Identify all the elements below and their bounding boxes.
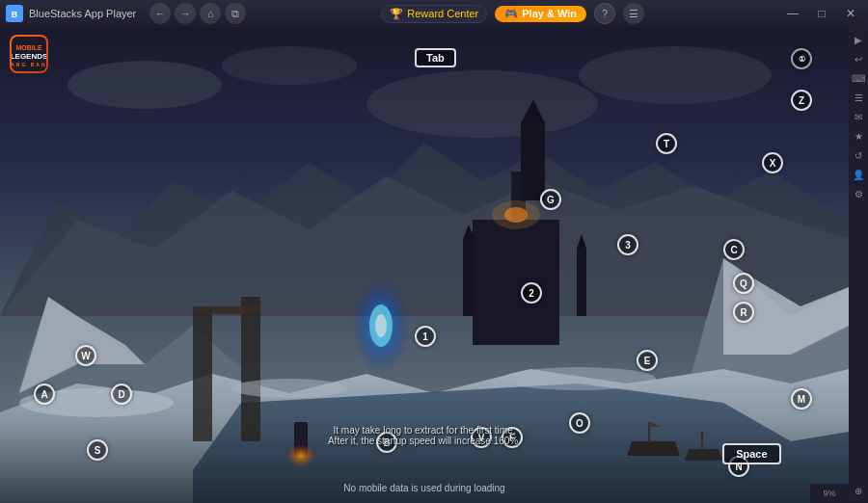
menu-button[interactable]: ☰	[623, 3, 644, 24]
key-o-overlay[interactable]: O	[569, 412, 590, 434]
progress-indicator: 9%	[810, 484, 849, 503]
play-win-button[interactable]: 🎮 Play & Win	[495, 6, 586, 22]
titlebar-left: B BlueStacks App Player ← → ⌂ ⧉	[0, 3, 246, 24]
maximize-button[interactable]: □	[808, 5, 835, 22]
sidebar-menu-icon[interactable]: ☰	[850, 89, 867, 106]
app-icon: B	[6, 5, 23, 22]
key-r-overlay[interactable]: R	[733, 302, 754, 323]
key-s-overlay[interactable]: S	[87, 439, 108, 461]
extract-text: It may take long to extract for the firs…	[289, 425, 559, 446]
key-e-overlay[interactable]: E	[637, 350, 658, 371]
key-x-overlay[interactable]: X	[762, 152, 783, 173]
title-bar: B BlueStacks App Player ← → ⌂ ⧉ 🏆 Reward…	[0, 0, 868, 27]
game-logo: MOBILE LEGENDS BANG BANG	[10, 35, 48, 73]
play-icon: 🎮	[504, 8, 518, 20]
nav-back-button[interactable]: ←	[149, 3, 171, 24]
tab-key[interactable]: Tab	[415, 48, 456, 67]
svg-text:BANG BANG: BANG BANG	[12, 62, 46, 67]
close-button[interactable]: ✕	[837, 5, 864, 22]
key-q-overlay[interactable]: Q	[733, 273, 754, 294]
right-sidebar: ▶ ↩ ⌨ ☰ ✉ ★ ↺ 👤 ⚙ ⊕	[849, 27, 868, 503]
key-c-overlay[interactable]: C	[723, 239, 745, 260]
sidebar-back-icon[interactable]: ↩	[850, 50, 867, 67]
progress-text: 9%	[823, 489, 835, 498]
sidebar-settings-icon[interactable]: ⚙	[850, 185, 867, 202]
titlebar-nav: ← → ⌂ ⧉	[149, 3, 246, 24]
svg-text:MOBILE: MOBILE	[15, 44, 42, 51]
sidebar-expand-icon[interactable]: ⊕	[850, 482, 867, 499]
key-2-overlay[interactable]: 2	[521, 282, 542, 304]
key-w-overlay[interactable]: W	[75, 345, 96, 366]
key-1-overlay[interactable]: 1	[415, 326, 436, 347]
key-a-overlay[interactable]: A	[34, 384, 55, 405]
sidebar-play-icon[interactable]: ▶	[850, 31, 867, 48]
game-icon: MOBILE LEGENDS BANG BANG	[10, 35, 48, 73]
key-m-overlay[interactable]: M	[791, 388, 812, 410]
key-t-overlay[interactable]: T	[656, 133, 677, 154]
svg-text:B: B	[12, 10, 18, 19]
play-win-label: Play & Win	[522, 8, 577, 19]
extract-line2: After it, the startup speed will increas…	[328, 436, 521, 446]
key-g-overlay[interactable]: G	[540, 189, 561, 210]
key-at-overlay[interactable]: ①	[791, 48, 812, 69]
sidebar-person-icon[interactable]: 👤	[850, 166, 867, 183]
sidebar-message-icon[interactable]: ✉	[850, 108, 867, 125]
help-button[interactable]: ?	[594, 3, 615, 24]
titlebar-center: 🏆 Reward Center 🎮 Play & Win ? ☰	[381, 3, 644, 24]
reward-center-button[interactable]: 🏆 Reward Center	[381, 5, 487, 23]
extract-line1: It may take long to extract for the firs…	[334, 425, 516, 436]
minimize-button[interactable]: —	[779, 5, 806, 22]
menu-icon: ☰	[629, 8, 638, 20]
space-key[interactable]: Space	[722, 443, 780, 464]
reward-center-label: Reward Center	[407, 8, 478, 19]
titlebar-right: — □ ✕	[779, 5, 868, 22]
sidebar-star-icon[interactable]: ★	[850, 127, 867, 145]
nav-forward-button[interactable]: →	[175, 3, 196, 24]
sidebar-refresh-icon[interactable]: ↺	[850, 146, 867, 164]
question-icon: ?	[602, 8, 608, 19]
reward-icon: 🏆	[390, 8, 403, 20]
key-d-overlay[interactable]: D	[111, 384, 132, 405]
main-content: MOBILE LEGENDS BANG BANG Tab 1 2 3 A B C…	[0, 27, 849, 503]
nav-multi-button[interactable]: ⧉	[225, 3, 246, 24]
svg-text:LEGENDS: LEGENDS	[12, 52, 46, 61]
key-3-overlay[interactable]: 3	[617, 234, 638, 255]
sidebar-keyboard-icon[interactable]: ⌨	[850, 69, 867, 87]
loading-text: No mobile data is used during loading	[343, 483, 504, 493]
app-title-text: BlueStacks App Player	[29, 8, 136, 19]
nav-home-button[interactable]: ⌂	[200, 3, 221, 24]
key-z-overlay[interactable]: Z	[791, 90, 812, 111]
